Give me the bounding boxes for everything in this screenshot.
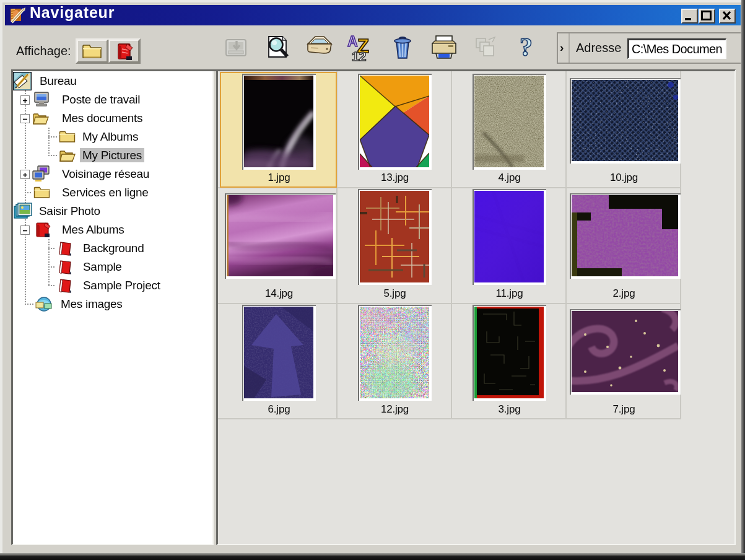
svg-text:A: A xyxy=(347,33,358,50)
svg-text:12: 12 xyxy=(352,49,366,62)
svg-text:?: ? xyxy=(520,33,533,61)
